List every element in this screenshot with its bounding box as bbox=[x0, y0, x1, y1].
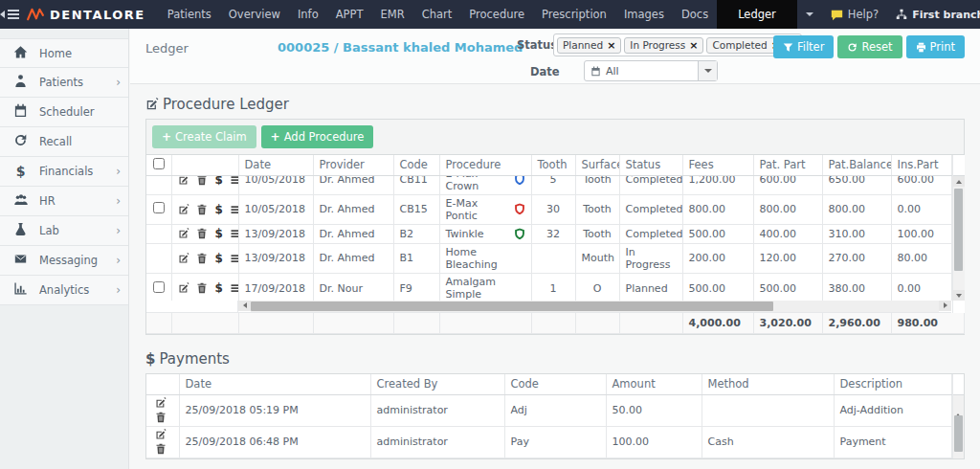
nav-item-images[interactable]: Images bbox=[615, 0, 673, 29]
remove-tag-icon[interactable]: × bbox=[607, 39, 615, 52]
nav-more-dropdown[interactable] bbox=[797, 0, 822, 29]
cell-date: 13/09/2018 bbox=[238, 243, 313, 273]
shield-green-icon bbox=[514, 228, 525, 240]
cell-date: 25/09/2018 05:19 PM bbox=[179, 394, 370, 426]
app-logo[interactable]: DENTALORE bbox=[19, 0, 159, 29]
vertical-scrollbar[interactable] bbox=[953, 395, 965, 458]
filter-button[interactable]: Filter bbox=[773, 35, 834, 58]
col-actions bbox=[146, 374, 179, 394]
sidebar-item-home[interactable]: Home bbox=[0, 38, 128, 68]
edit-icon[interactable] bbox=[178, 282, 189, 294]
edit-icon[interactable] bbox=[178, 253, 189, 264]
details-icon[interactable] bbox=[230, 253, 238, 264]
cell-status: Completed bbox=[619, 194, 682, 224]
select-caret-button[interactable] bbox=[698, 61, 717, 80]
branch-selector[interactable]: First branch bbox=[887, 0, 980, 29]
nav-item-overview[interactable]: Overview bbox=[220, 0, 289, 29]
delete-icon[interactable] bbox=[155, 443, 167, 455]
scrollbar-thumb[interactable] bbox=[954, 189, 963, 271]
scroll-left-arrow[interactable] bbox=[238, 301, 251, 311]
scroll-down-arrow[interactable] bbox=[952, 290, 965, 301]
scroll-up-arrow[interactable] bbox=[952, 176, 965, 187]
branch-icon bbox=[896, 9, 907, 20]
nav-item-appt[interactable]: APPT bbox=[327, 0, 372, 29]
nav-item-prescription[interactable]: Prescription bbox=[533, 0, 615, 29]
delete-icon[interactable] bbox=[196, 228, 208, 239]
scrollbar-thumb[interactable] bbox=[251, 302, 773, 311]
sidebar-item-analytics[interactable]: Analytics › bbox=[0, 276, 128, 305]
payment-icon[interactable]: $ bbox=[215, 252, 223, 265]
delete-icon[interactable] bbox=[196, 176, 208, 186]
details-icon[interactable] bbox=[230, 228, 238, 239]
edit-icon[interactable] bbox=[155, 397, 167, 409]
details-icon[interactable] bbox=[230, 176, 238, 186]
nav-item-procedure[interactable]: Procedure bbox=[460, 0, 533, 29]
row-checkbox[interactable] bbox=[153, 202, 165, 213]
cell-pat-part: 500.00 bbox=[753, 273, 822, 301]
procedure-ledger-panel: + Create Claim + Add Procedure bbox=[145, 119, 965, 335]
payment-icon[interactable]: $ bbox=[215, 227, 223, 240]
details-icon[interactable] bbox=[230, 204, 238, 215]
payment-icon[interactable]: $ bbox=[215, 176, 223, 187]
sidebar-item-lab[interactable]: Lab › bbox=[0, 216, 128, 246]
dollar-icon: $ bbox=[145, 350, 155, 368]
edit-icon[interactable] bbox=[155, 429, 167, 440]
procedure-row[interactable]: $ 10/05/2018 Dr. Ahmed CB11 E-Max Crown … bbox=[146, 176, 951, 195]
cell-tooth: 32 bbox=[531, 224, 575, 243]
nav-item-info[interactable]: Info bbox=[289, 0, 327, 29]
nav-item-emr[interactable]: EMR bbox=[371, 0, 412, 29]
vertical-scrollbar[interactable] bbox=[953, 176, 965, 301]
details-icon[interactable] bbox=[230, 282, 238, 294]
col-ins-part: Ins.Part bbox=[891, 155, 951, 175]
printer-icon bbox=[916, 42, 926, 53]
col-pat-part: Pat. Part bbox=[753, 155, 822, 175]
scroll-up-arrow[interactable] bbox=[955, 395, 961, 413]
cell-surface: Tooth bbox=[575, 176, 619, 195]
horizontal-scrollbar[interactable] bbox=[146, 301, 951, 313]
add-procedure-button[interactable]: + Add Procedure bbox=[261, 125, 374, 148]
scrollbar-thumb[interactable] bbox=[954, 415, 963, 452]
delete-icon[interactable] bbox=[155, 412, 167, 423]
scroll-right-arrow[interactable] bbox=[939, 301, 951, 311]
status-filter-input[interactable]: Planned × In Progress × Completed × bbox=[553, 34, 802, 56]
sidebar-item-financials[interactable]: $ Financials › bbox=[0, 157, 128, 187]
procedure-row[interactable]: $ 13/09/2018 Dr. Ahmed B2 Twinkle 32 Too… bbox=[146, 224, 951, 243]
sidebar-item-patients[interactable]: Patients › bbox=[0, 68, 128, 98]
delete-icon[interactable] bbox=[196, 282, 208, 294]
print-button[interactable]: Print bbox=[906, 35, 965, 58]
sidebar-item-messaging[interactable]: Messaging › bbox=[0, 246, 128, 276]
nav-item-chart[interactable]: Chart bbox=[413, 0, 461, 29]
procedure-totals-row: 4,000.00 3,020.00 2,960.00 980.00 bbox=[146, 313, 965, 335]
delete-icon[interactable] bbox=[196, 253, 208, 264]
sidebar-toggle-icon[interactable] bbox=[0, 0, 19, 29]
sidebar-item-scheduler[interactable]: Scheduler bbox=[0, 98, 128, 127]
patient-link[interactable]: 000025 / Bassant khaled Mohamed bbox=[278, 40, 523, 55]
nav-item-patients[interactable]: Patients bbox=[159, 0, 220, 29]
col-procedure: Procedure bbox=[439, 155, 531, 175]
payment-icon[interactable]: $ bbox=[215, 281, 223, 295]
cell-surface: Tooth bbox=[575, 194, 619, 224]
edit-icon[interactable] bbox=[178, 228, 189, 239]
date-filter-select[interactable]: All bbox=[584, 60, 718, 81]
create-claim-button[interactable]: + Create Claim bbox=[152, 125, 256, 148]
row-checkbox[interactable] bbox=[153, 281, 165, 293]
delete-icon[interactable] bbox=[196, 204, 208, 215]
procedure-row[interactable]: $ 17/09/2018 Dr. Nour F9 Amalgam Simple … bbox=[146, 273, 951, 301]
nav-item-ledger[interactable]: Ledger bbox=[717, 0, 797, 29]
col-created-by: Created By bbox=[370, 374, 504, 394]
sidebar-item-hr[interactable]: HR › bbox=[0, 187, 128, 216]
payment-icon[interactable]: $ bbox=[215, 203, 223, 216]
edit-icon[interactable] bbox=[178, 176, 189, 186]
procedure-row[interactable]: $ 10/05/2018 Dr. Ahmed CB15 E-Max Pontic… bbox=[146, 194, 951, 224]
remove-tag-icon[interactable]: × bbox=[689, 39, 698, 52]
sidebar-item-recall[interactable]: Recall bbox=[0, 127, 128, 157]
edit-icon[interactable] bbox=[178, 204, 189, 215]
edit-icon bbox=[145, 98, 159, 111]
refresh-icon bbox=[847, 42, 858, 53]
reset-button[interactable]: Reset bbox=[837, 35, 902, 58]
nav-item-docs[interactable]: Docs bbox=[673, 0, 717, 29]
procedure-row[interactable]: $ 13/09/2018 Dr. Ahmed B1 Home Bleaching… bbox=[146, 243, 951, 273]
cell-amount: 50.00 bbox=[606, 394, 702, 426]
select-all-checkbox[interactable] bbox=[153, 158, 165, 169]
help-button[interactable]: Help? bbox=[822, 0, 887, 29]
